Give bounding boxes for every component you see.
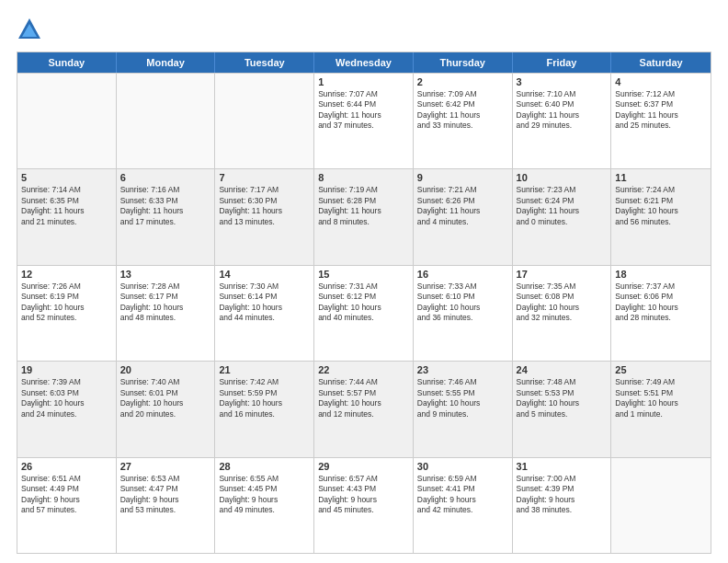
day-number: 5: [21, 172, 112, 183]
day-number: 20: [120, 364, 211, 375]
cal-cell: 5Sunrise: 7:14 AM Sunset: 6:35 PM Daylig…: [17, 169, 117, 264]
day-number: 18: [615, 269, 707, 280]
cal-cell: 21Sunrise: 7:42 AM Sunset: 5:59 PM Dayli…: [215, 362, 314, 456]
day-number: 10: [517, 172, 608, 183]
cal-cell: 2Sunrise: 7:09 AM Sunset: 6:42 PM Daylig…: [414, 74, 513, 168]
day-number: 2: [417, 76, 508, 87]
cell-info: Sunrise: 6:53 AM Sunset: 4:47 PM Dayligh…: [120, 474, 211, 516]
page: SundayMondayTuesdayWednesdayThursdayFrid…: [0, 0, 728, 563]
cal-cell: 27Sunrise: 6:53 AM Sunset: 4:47 PM Dayli…: [117, 458, 216, 553]
day-number: 19: [21, 364, 112, 375]
day-number: 30: [417, 461, 508, 472]
day-number: 12: [21, 269, 112, 280]
day-number: 15: [318, 269, 409, 280]
day-number: 29: [318, 461, 409, 472]
cal-cell: [215, 74, 314, 168]
day-number: 25: [615, 364, 707, 375]
col-header-wednesday: Wednesday: [314, 52, 414, 73]
cell-info: Sunrise: 7:10 AM Sunset: 6:40 PM Dayligh…: [517, 89, 608, 132]
week-row-3: 12Sunrise: 7:26 AM Sunset: 6:19 PM Dayli…: [17, 265, 711, 361]
calendar-body: 1Sunrise: 7:07 AM Sunset: 6:44 PM Daylig…: [17, 73, 711, 553]
day-number: 31: [517, 461, 608, 472]
cal-cell: 26Sunrise: 6:51 AM Sunset: 4:49 PM Dayli…: [17, 458, 117, 553]
cell-info: Sunrise: 7:24 AM Sunset: 6:21 PM Dayligh…: [615, 185, 707, 227]
cal-cell: 4Sunrise: 7:12 AM Sunset: 6:37 PM Daylig…: [611, 74, 711, 168]
cell-info: Sunrise: 7:21 AM Sunset: 6:26 PM Dayligh…: [417, 185, 508, 227]
cal-cell: [117, 74, 216, 168]
cell-info: Sunrise: 7:33 AM Sunset: 6:10 PM Dayligh…: [417, 282, 508, 324]
cell-info: Sunrise: 7:39 AM Sunset: 6:03 PM Dayligh…: [21, 377, 112, 419]
cell-info: Sunrise: 7:28 AM Sunset: 6:17 PM Dayligh…: [120, 282, 211, 324]
cell-info: Sunrise: 7:49 AM Sunset: 5:51 PM Dayligh…: [615, 377, 707, 419]
cal-cell: 31Sunrise: 7:00 AM Sunset: 4:39 PM Dayli…: [513, 458, 612, 553]
cal-cell: 1Sunrise: 7:07 AM Sunset: 6:44 PM Daylig…: [314, 74, 414, 168]
cell-info: Sunrise: 7:16 AM Sunset: 6:33 PM Dayligh…: [120, 185, 211, 227]
cal-cell: 7Sunrise: 7:17 AM Sunset: 6:30 PM Daylig…: [215, 169, 314, 264]
cell-info: Sunrise: 7:46 AM Sunset: 5:55 PM Dayligh…: [417, 377, 508, 419]
cell-info: Sunrise: 7:42 AM Sunset: 5:59 PM Dayligh…: [219, 377, 310, 419]
cal-cell: 14Sunrise: 7:30 AM Sunset: 6:14 PM Dayli…: [215, 266, 314, 361]
day-number: 11: [615, 172, 707, 183]
day-number: 7: [219, 172, 310, 183]
day-number: 3: [517, 76, 608, 87]
logo-icon: [17, 17, 42, 42]
cal-cell: 23Sunrise: 7:46 AM Sunset: 5:55 PM Dayli…: [414, 362, 513, 456]
cal-cell: 22Sunrise: 7:44 AM Sunset: 5:57 PM Dayli…: [314, 362, 414, 456]
day-number: 27: [120, 461, 211, 472]
col-header-saturday: Saturday: [611, 52, 711, 73]
cell-info: Sunrise: 7:23 AM Sunset: 6:24 PM Dayligh…: [517, 185, 608, 227]
cell-info: Sunrise: 6:57 AM Sunset: 4:43 PM Dayligh…: [318, 474, 409, 516]
day-number: 22: [318, 364, 409, 375]
calendar: SundayMondayTuesdayWednesdayThursdayFrid…: [17, 52, 711, 554]
day-number: 16: [417, 269, 508, 280]
day-number: 4: [615, 76, 707, 87]
cal-cell: 18Sunrise: 7:37 AM Sunset: 6:06 PM Dayli…: [611, 266, 711, 361]
day-number: 21: [219, 364, 310, 375]
cell-info: Sunrise: 7:31 AM Sunset: 6:12 PM Dayligh…: [318, 282, 409, 324]
day-number: 8: [318, 172, 409, 183]
cell-info: Sunrise: 7:07 AM Sunset: 6:44 PM Dayligh…: [318, 89, 409, 132]
day-number: 17: [517, 269, 608, 280]
week-row-2: 5Sunrise: 7:14 AM Sunset: 6:35 PM Daylig…: [17, 168, 711, 264]
cal-cell: 11Sunrise: 7:24 AM Sunset: 6:21 PM Dayli…: [611, 169, 711, 264]
cal-cell: 19Sunrise: 7:39 AM Sunset: 6:03 PM Dayli…: [17, 362, 117, 456]
day-number: 24: [517, 364, 608, 375]
cell-info: Sunrise: 6:55 AM Sunset: 4:45 PM Dayligh…: [219, 474, 310, 516]
col-header-friday: Friday: [513, 52, 612, 73]
cell-info: Sunrise: 7:48 AM Sunset: 5:53 PM Dayligh…: [517, 377, 608, 419]
week-row-1: 1Sunrise: 7:07 AM Sunset: 6:44 PM Daylig…: [17, 73, 711, 168]
cell-info: Sunrise: 7:19 AM Sunset: 6:28 PM Dayligh…: [318, 185, 409, 227]
cal-cell: 25Sunrise: 7:49 AM Sunset: 5:51 PM Dayli…: [611, 362, 711, 456]
day-number: 14: [219, 269, 310, 280]
cell-info: Sunrise: 7:35 AM Sunset: 6:08 PM Dayligh…: [517, 282, 608, 324]
cal-cell: 24Sunrise: 7:48 AM Sunset: 5:53 PM Dayli…: [513, 362, 612, 456]
cal-cell: 3Sunrise: 7:10 AM Sunset: 6:40 PM Daylig…: [513, 74, 612, 168]
cell-info: Sunrise: 7:44 AM Sunset: 5:57 PM Dayligh…: [318, 377, 409, 419]
cell-info: Sunrise: 7:26 AM Sunset: 6:19 PM Dayligh…: [21, 282, 112, 324]
cal-cell: 20Sunrise: 7:40 AM Sunset: 6:01 PM Dayli…: [117, 362, 216, 456]
cell-info: Sunrise: 7:14 AM Sunset: 6:35 PM Dayligh…: [21, 185, 112, 227]
cell-info: Sunrise: 7:12 AM Sunset: 6:37 PM Dayligh…: [615, 89, 707, 132]
day-number: 23: [417, 364, 508, 375]
day-number: 9: [417, 172, 508, 183]
cell-info: Sunrise: 7:00 AM Sunset: 4:39 PM Dayligh…: [517, 474, 608, 516]
col-header-thursday: Thursday: [414, 52, 513, 73]
cell-info: Sunrise: 7:30 AM Sunset: 6:14 PM Dayligh…: [219, 282, 310, 324]
cal-cell: [611, 458, 711, 553]
calendar-header: SundayMondayTuesdayWednesdayThursdayFrid…: [17, 52, 711, 73]
cal-cell: 8Sunrise: 7:19 AM Sunset: 6:28 PM Daylig…: [314, 169, 414, 264]
col-header-monday: Monday: [117, 52, 216, 73]
cal-cell: 6Sunrise: 7:16 AM Sunset: 6:33 PM Daylig…: [117, 169, 216, 264]
cell-info: Sunrise: 6:59 AM Sunset: 4:41 PM Dayligh…: [417, 474, 508, 516]
cal-cell: 9Sunrise: 7:21 AM Sunset: 6:26 PM Daylig…: [414, 169, 513, 264]
col-header-sunday: Sunday: [17, 52, 117, 73]
day-number: 6: [120, 172, 211, 183]
cal-cell: [17, 74, 117, 168]
col-header-tuesday: Tuesday: [215, 52, 314, 73]
cell-info: Sunrise: 7:17 AM Sunset: 6:30 PM Dayligh…: [219, 185, 310, 227]
day-number: 28: [219, 461, 310, 472]
week-row-4: 19Sunrise: 7:39 AM Sunset: 6:03 PM Dayli…: [17, 361, 711, 456]
cal-cell: 17Sunrise: 7:35 AM Sunset: 6:08 PM Dayli…: [513, 266, 612, 361]
cal-cell: 15Sunrise: 7:31 AM Sunset: 6:12 PM Dayli…: [314, 266, 414, 361]
cell-info: Sunrise: 7:40 AM Sunset: 6:01 PM Dayligh…: [120, 377, 211, 419]
